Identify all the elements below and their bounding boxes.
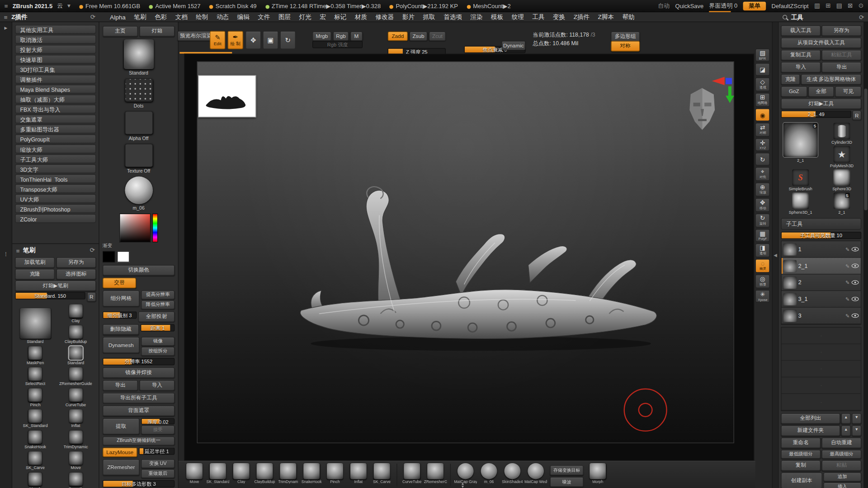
shelf-button[interactable]: ◨ 透明 [755,244,770,258]
menu-item[interactable]: Z插件 [570,12,594,22]
tool-item[interactable]: 5 2_1 [781,123,820,163]
app-menu-icon[interactable]: ≡ [5,3,8,9]
lightbox-button[interactable]: 灯箱 [139,26,175,37]
subtool-visible-slider[interactable]: 子工具可见数量 10 [781,231,862,239]
menu-item[interactable]: 工具 [528,12,548,22]
mixer-icon[interactable]: ▥ [814,2,820,9]
brush-item[interactable]: ClayBuildup [57,324,95,346]
brush-item[interactable]: Pinch [16,387,55,408]
sdiv-level-slider[interactable]: 细分级别 3 [103,311,137,319]
menu-item[interactable]: 图层 [274,12,294,22]
brush-item[interactable]: Inflat [57,408,95,430]
zplugin-item[interactable]: Maya Blend Shapes [15,84,96,94]
tray-material-item[interactable]: MatCap WedCla [524,463,547,483]
color-picker-sv[interactable] [119,214,151,243]
scrollbar-thumb[interactable] [864,89,867,210]
switch-color-button[interactable]: 切换颜色 [103,265,175,276]
shelf-button[interactable]: ◇ 透视 [755,77,770,91]
tray-brush-item[interactable]: SnakeHook [300,463,323,483]
load-tool-button[interactable]: 载入工具 [781,25,821,36]
zcut-button[interactable]: Zcut [429,32,446,41]
subtool-empty-slot[interactable]: · [782,344,861,361]
brush-item[interactable]: TrimDynamic [57,429,95,450]
zplugin-item[interactable]: TonThienHai_Tools [15,174,96,183]
goz-button[interactable]: GoZ [781,86,807,96]
brush-item[interactable]: Morph [16,471,55,488]
zplugin-item[interactable]: ZBrush到Photoshop [15,204,96,213]
zplugin-item[interactable]: FBX 导出与导入 [15,104,96,113]
append-button[interactable]: 追加 [823,472,861,481]
brush-item[interactable]: MaskPen [16,345,55,366]
home-button[interactable]: 主页 [103,26,138,37]
search-icon[interactable] [783,15,787,19]
brush-item[interactable]: ZRemesherGuide [57,366,95,388]
shelf-button[interactable]: ✳ Xpose [755,290,770,303]
shelf-button[interactable]: ⌖ 对焦 [755,167,770,181]
subtool-empty-slot[interactable]: · [782,328,861,344]
menu-item[interactable]: 渲染 [467,12,486,22]
gradient-toggle[interactable]: 渐变 [103,243,175,250]
subtool-copy-button[interactable]: 复制 [781,460,821,470]
paint-icon[interactable]: ✎ [845,296,849,302]
shelf-button[interactable]: ↻ [755,153,770,165]
shelf-button[interactable]: ⊞ 地网格 [755,93,770,107]
mirror-button[interactable]: 镜像 [141,337,175,346]
current-material-thumbnail[interactable] [125,176,153,204]
zplugin-item[interactable]: Transpose大师 [15,184,96,193]
folder-down-button[interactable]: ▼ [852,425,861,436]
shelf-button[interactable]: ▦ PolyF [755,229,770,242]
strip-divider-icon[interactable]: ⁞ [5,251,7,258]
tray-brush-item[interactable]: Clay [230,463,253,483]
menu-item[interactable]: Z脚本 [594,12,618,22]
load-brush-button[interactable]: 加载笔刷 [15,257,55,267]
eye-icon[interactable] [851,263,859,268]
tray-scroll-arrows[interactable]: ▲ ▼ [461,482,465,488]
secondary-color-swatch[interactable] [117,251,129,262]
menu-item[interactable]: 纹理 [508,12,528,22]
menu-item[interactable]: 变换 [549,12,569,22]
shelf-button[interactable]: ◪ [755,63,770,76]
live-boolean-button[interactable]: 预览布尔渲染 [177,31,214,41]
alternate-button[interactable]: 交替 [103,278,136,288]
tray-brush-item[interactable]: SK_Carve [370,463,393,483]
tray-brush-item[interactable]: TrimDynam [277,463,300,483]
folder-up-button[interactable]: ▲ [841,425,851,436]
quicksave-button[interactable]: QuickSave [675,3,704,9]
mrgb-button[interactable]: Mrgb [312,32,331,41]
zsub-button[interactable]: Zsub [410,32,427,41]
tool-refresh-icon[interactable]: ⟳ [859,14,864,21]
window-icon[interactable]: ⊠ [848,2,853,9]
menu-item[interactable]: 帮助 [618,12,638,22]
subtool-down-button[interactable]: ▼ [852,413,861,423]
extract-button[interactable]: 提取 [103,418,139,435]
new-folder-button[interactable]: 新建文件夹 [781,425,840,436]
current-brush-thumbnail[interactable] [123,39,154,69]
subtool-section-header[interactable]: 子工具 [781,218,862,230]
shelf-button[interactable]: ◌ 幽灵 [755,259,770,273]
redo-last-button[interactable]: 重做最后 [141,469,175,478]
shelf-button[interactable]: ◉ [755,108,770,121]
res-up-button[interactable]: 提高分辨率 [141,291,175,300]
subtool-empty-slot[interactable]: · [782,394,861,411]
axis-gizmo[interactable] [711,76,736,105]
cloud-caret-icon[interactable]: ▾ [67,2,71,9]
del-lower-button[interactable]: 最低级细分 [781,450,821,459]
tool-reset-button[interactable]: R [852,110,861,120]
del-higher-button[interactable]: 最高级细分 [822,450,862,459]
scale-mode-button[interactable]: ▣ [263,31,278,49]
subtool-up-button[interactable]: ▲ [841,413,851,423]
document-area[interactable] [197,61,734,443]
store-morph-target-button[interactable]: 存储变换目标 [550,465,584,475]
panel-divider[interactable]: ◀ [772,22,779,488]
rgb-intensity-slider[interactable]: Rgb 强度 [312,41,363,48]
rgb-button[interactable]: Rgb [333,32,349,41]
zplugin-item[interactable]: PolyGroupIt [15,135,96,144]
brush-size-slider[interactable]: Standard. 150 [15,292,85,300]
auto-label[interactable]: 自动 [658,2,670,9]
subtool-row[interactable]: 2_1 ✎ [782,258,861,275]
menu-item[interactable]: 色彩 [151,12,170,22]
project-all-button[interactable]: 全部投射 [138,311,175,322]
brush-item[interactable]: SnakeHook [16,429,55,450]
eye-icon[interactable] [851,296,859,301]
zplugin-item[interactable]: 抽取（减面）大师 [15,94,96,103]
